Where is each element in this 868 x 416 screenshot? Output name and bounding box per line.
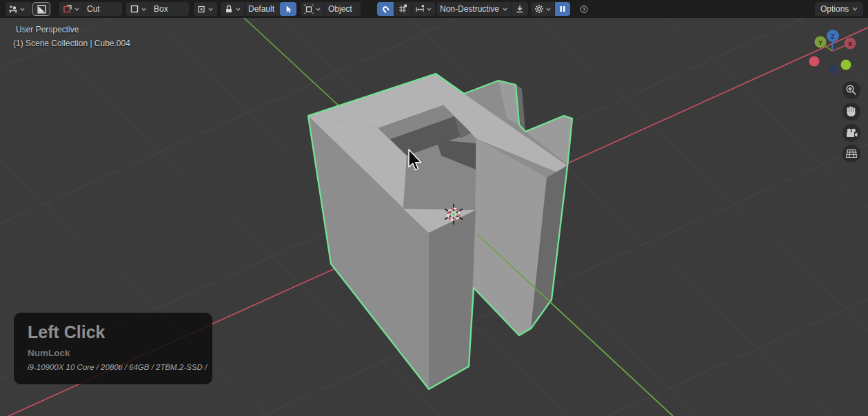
mode-icon-button[interactable] bbox=[301, 2, 324, 16]
snap-target-button[interactable] bbox=[412, 2, 435, 16]
camera-view-button[interactable] bbox=[842, 124, 860, 142]
pivot-dropdown[interactable]: Default bbox=[245, 2, 285, 16]
chevron-down-icon bbox=[546, 8, 551, 11]
zoom-button[interactable] bbox=[842, 81, 860, 99]
mode-label: Object bbox=[328, 4, 352, 14]
svg-text:X: X bbox=[848, 41, 852, 48]
lock-button[interactable] bbox=[221, 2, 244, 16]
object-select-icon bbox=[304, 4, 314, 14]
snap-increment-icon bbox=[415, 4, 425, 14]
origin-button[interactable] bbox=[194, 2, 217, 16]
cursor-tool-button[interactable] bbox=[280, 2, 296, 16]
settings-button[interactable] bbox=[531, 2, 554, 16]
chevron-down-icon bbox=[316, 8, 321, 11]
svg-text:Y: Y bbox=[818, 39, 822, 46]
add-tool-button[interactable] bbox=[6, 2, 32, 16]
svg-text:?: ? bbox=[583, 6, 585, 11]
blender-window: { "header": { "cut_tool": { "label": "Cu… bbox=[0, 0, 868, 416]
gizmo-minus-y-ball[interactable] bbox=[841, 60, 851, 70]
view-perspective-label: User Perspective bbox=[16, 25, 79, 34]
pivot-label: Default bbox=[248, 4, 274, 14]
workbench-icon bbox=[8, 4, 18, 14]
active-tool-button[interactable] bbox=[32, 2, 50, 16]
behavior-label: Non-Destructive bbox=[440, 4, 499, 14]
magnet-icon bbox=[381, 4, 390, 14]
pivot-group: Default bbox=[221, 2, 285, 16]
pause-button[interactable] bbox=[555, 2, 570, 16]
chevron-down-icon bbox=[236, 8, 241, 11]
chevron-down-icon bbox=[20, 8, 25, 11]
help-button[interactable]: ? bbox=[577, 2, 591, 16]
pan-button[interactable] bbox=[842, 103, 860, 121]
help-icon: ? bbox=[580, 3, 588, 15]
cut-shape-group: Cut bbox=[59, 2, 122, 16]
behavior-group: Non-Destructive bbox=[436, 2, 528, 16]
chevron-down-icon bbox=[427, 8, 432, 11]
breadcrumb: (1) Scene Collection | Cube.004 bbox=[13, 39, 130, 48]
shape-icon-button[interactable] bbox=[126, 2, 150, 16]
grid-snap-icon bbox=[398, 4, 407, 14]
top-toolbar: Cut Box bbox=[0, 0, 868, 18]
cut-mode-label: Cut bbox=[87, 4, 100, 14]
chevron-down-icon bbox=[208, 8, 213, 11]
settings-group bbox=[531, 2, 570, 16]
shape-label: Box bbox=[154, 4, 168, 14]
mode-group: Object bbox=[301, 2, 361, 16]
origin-square-icon bbox=[196, 4, 206, 14]
gizmo-z-ball[interactable]: Z bbox=[827, 30, 839, 42]
gizmo-x-ball[interactable]: X bbox=[845, 38, 856, 50]
options-button[interactable]: Options bbox=[815, 2, 863, 16]
pause-icon bbox=[558, 4, 567, 14]
gear-icon bbox=[534, 4, 544, 14]
options-label: Options bbox=[820, 4, 849, 14]
behavior-dropdown[interactable]: Non-Destructive bbox=[436, 2, 511, 16]
screencast-modifier: NumLock bbox=[28, 348, 212, 358]
chevron-down-icon bbox=[74, 8, 79, 11]
y-axis-line-front bbox=[477, 234, 673, 416]
lock-icon bbox=[224, 4, 234, 14]
cut-shape-icon-button[interactable] bbox=[59, 2, 83, 16]
viewport-nav-buttons bbox=[842, 81, 860, 163]
mode-dropdown[interactable]: Object bbox=[325, 2, 361, 16]
shape-dropdown[interactable]: Box bbox=[150, 2, 189, 16]
gizmo-minus-x-ball[interactable] bbox=[809, 56, 820, 67]
cut-mode-dropdown[interactable]: Cut bbox=[83, 2, 122, 16]
snap-toggle-button[interactable] bbox=[377, 2, 394, 16]
snap-group bbox=[377, 2, 435, 16]
cursor-arrow-icon bbox=[284, 5, 293, 14]
red-box-icon bbox=[63, 4, 72, 14]
gizmo-y-ball[interactable]: Y bbox=[815, 37, 827, 48]
svg-text:Z: Z bbox=[831, 33, 835, 40]
screencast-hardware-specs: i9-10900X 10 Core / 2080ti / 64GB / 2TBM… bbox=[28, 363, 212, 371]
screencast-keys-overlay: Left Click NumLock i9-10900X 10 Core / 2… bbox=[14, 313, 212, 384]
mesh-object-cube004[interactable] bbox=[308, 74, 572, 389]
box-outline-icon bbox=[130, 4, 139, 14]
perspective-toggle-button[interactable] bbox=[842, 145, 860, 163]
snap-grid-button[interactable] bbox=[394, 2, 411, 16]
chevron-down-icon bbox=[852, 7, 858, 11]
chevron-down-icon bbox=[503, 8, 507, 11]
export-button[interactable] bbox=[512, 2, 528, 16]
chevron-down-icon bbox=[141, 8, 146, 11]
gizmo-minus-z-ball[interactable] bbox=[829, 65, 838, 74]
download-icon bbox=[515, 4, 525, 14]
shape-group: Box bbox=[126, 2, 189, 16]
boxcutter-tool-icon bbox=[37, 4, 47, 14]
screencast-action: Left Click bbox=[28, 323, 212, 342]
